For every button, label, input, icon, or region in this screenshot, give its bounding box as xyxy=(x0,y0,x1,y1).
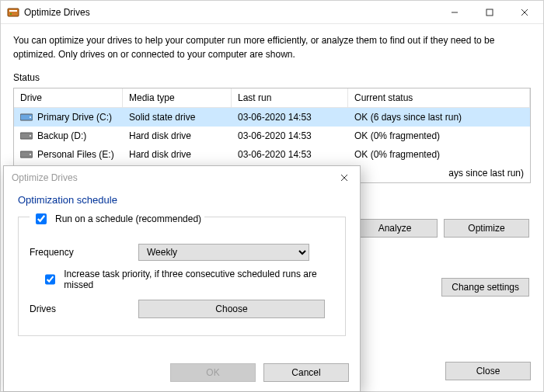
col-drive[interactable]: Drive xyxy=(14,88,123,107)
run-schedule-label: Run on a schedule (recommended) xyxy=(55,213,201,224)
drive-icon xyxy=(20,113,33,122)
drive-icon xyxy=(20,131,33,140)
drive-last-run: 03-06-2020 14:53 xyxy=(232,128,348,144)
drive-status: OK (0% fragmented) xyxy=(348,128,530,144)
svg-point-10 xyxy=(30,135,31,137)
drive-media: Hard disk drive xyxy=(123,128,232,144)
svg-point-12 xyxy=(30,154,31,155)
window-title: Optimize Drives xyxy=(24,7,437,18)
drive-media: Solid state drive xyxy=(123,109,232,125)
optimize-button[interactable]: Optimize xyxy=(444,219,529,238)
schedule-group: Run on a schedule (recommended) Frequenc… xyxy=(18,217,346,336)
ok-button[interactable]: OK xyxy=(170,363,256,382)
drive-last-run: 03-06-2020 14:53 xyxy=(232,147,348,162)
svg-rect-0 xyxy=(8,9,19,16)
analyze-button[interactable]: Analyze xyxy=(352,219,438,238)
dialog-close-button[interactable] xyxy=(333,168,355,187)
drive-status: OK (6 days since last run) xyxy=(348,109,530,125)
drive-media: Hard disk drive xyxy=(123,147,232,162)
titlebar: Optimize Drives xyxy=(1,1,543,24)
table-row[interactable]: Primary Drive (C:)Solid state drive03-06… xyxy=(14,108,530,127)
table-header: Drive Media type Last run Current status xyxy=(14,88,530,108)
change-settings-button[interactable]: Change settings xyxy=(441,278,529,297)
maximize-button[interactable] xyxy=(472,1,507,23)
priority-checkbox[interactable] xyxy=(45,274,55,285)
svg-rect-4 xyxy=(486,9,493,16)
frequency-label: Frequency xyxy=(30,247,138,258)
window-controls xyxy=(437,1,542,23)
col-status[interactable]: Current status xyxy=(348,88,530,107)
close-button[interactable] xyxy=(507,1,542,23)
run-schedule-checkbox[interactable] xyxy=(36,213,47,224)
svg-point-8 xyxy=(30,116,31,118)
minimize-button[interactable] xyxy=(437,1,472,23)
drives-label: Drives xyxy=(30,304,138,314)
col-last[interactable]: Last run xyxy=(232,88,348,107)
svg-point-2 xyxy=(10,13,12,15)
drive-icon xyxy=(20,150,33,159)
dialog-titlebar: Optimize Drives xyxy=(4,166,360,189)
app-icon xyxy=(7,6,19,19)
priority-row[interactable]: Increase task priority, if three consecu… xyxy=(42,269,334,290)
dialog-heading: Optimization schedule xyxy=(18,194,346,206)
drive-last-run: 03-06-2020 14:53 xyxy=(232,109,348,125)
drive-name: Backup (D:) xyxy=(37,130,86,141)
svg-rect-1 xyxy=(9,10,17,12)
close-window-button[interactable]: Close xyxy=(445,362,531,380)
drive-name: Primary Drive (C:) xyxy=(37,112,112,123)
table-row[interactable]: Backup (D:)Hard disk drive03-06-2020 14:… xyxy=(14,127,530,145)
cancel-button[interactable]: Cancel xyxy=(263,363,349,382)
schedule-dialog: Optimize Drives Optimization schedule Ru… xyxy=(3,165,361,392)
col-media[interactable]: Media type xyxy=(123,88,232,107)
drive-status: OK (0% fragmented) xyxy=(348,147,530,162)
dialog-title: Optimize Drives xyxy=(12,172,333,183)
priority-label: Increase task priority, if three consecu… xyxy=(64,269,334,290)
frequency-select[interactable]: Weekly xyxy=(138,244,309,261)
table-row[interactable]: Personal Files (E:)Hard disk drive03-06-… xyxy=(14,145,530,164)
run-schedule-row[interactable]: Run on a schedule (recommended) xyxy=(30,211,204,227)
description-text: You can optimize your drives to help you… xyxy=(13,33,531,61)
choose-drives-button[interactable]: Choose xyxy=(138,300,325,318)
status-label: Status xyxy=(13,72,531,83)
drive-name: Personal Files (E:) xyxy=(37,149,114,160)
